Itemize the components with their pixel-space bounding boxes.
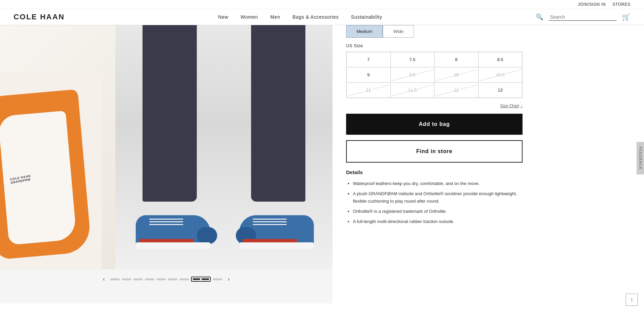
carousel-dot-5[interactable] xyxy=(156,278,166,280)
lace-line xyxy=(149,224,183,225)
size-chart-label: Size Chart xyxy=(500,104,519,108)
size-chart-arrow-icon: ↓ xyxy=(520,104,523,108)
size-cell-11.5: 11.5 xyxy=(391,82,435,98)
product-details: Medium Wide US Size 7 7.5 8 8.5 9 9.5 10… xyxy=(333,25,536,303)
carousel-dot-1[interactable] xyxy=(110,278,120,280)
logo[interactable]: COLE HAAN xyxy=(14,13,65,21)
size-cell-10.5: 10.5 xyxy=(478,67,523,82)
size-cell-7.5[interactable]: 7.5 xyxy=(391,52,435,67)
search-icon[interactable]: 🔍 xyxy=(536,13,543,21)
find-in-store-button[interactable]: Find in store xyxy=(346,140,523,163)
search-input[interactable] xyxy=(549,14,617,21)
size-cell-13[interactable]: 13 xyxy=(478,82,523,98)
width-wide-button[interactable]: Wide xyxy=(383,25,414,38)
laces-left xyxy=(149,219,183,232)
nav-item-sustainability[interactable]: Sustainability xyxy=(351,14,382,20)
size-label: US Size xyxy=(346,43,523,48)
details-list: Waterproof leathers keep you dry, comfor… xyxy=(346,180,523,225)
size-cell-8.5[interactable]: 8.5 xyxy=(478,52,523,67)
main-content: COLE HAANGRANDPRØ xyxy=(0,25,644,303)
header-right: 🔍 🛒 xyxy=(536,13,630,21)
stores-link[interactable]: STORES xyxy=(612,2,630,7)
main-nav: New Women Men Bags & Accessories Sustain… xyxy=(78,14,522,20)
carousel-dot-inner-right xyxy=(202,278,209,280)
scroll-top-icon: ↑ xyxy=(630,296,633,303)
sole-visual: COLE HAANGRANDPRØ xyxy=(0,25,115,269)
shoe-left-toe xyxy=(197,227,217,244)
sole-image: COLE HAANGRANDPRØ xyxy=(0,25,115,269)
scroll-to-top-button[interactable]: ↑ xyxy=(626,294,638,303)
nav-item-new[interactable]: New xyxy=(218,14,228,20)
lace-line xyxy=(253,221,287,222)
detail-item-3: Ortholite® is a registered trademark of … xyxy=(353,208,523,215)
size-cell-11: 11 xyxy=(346,82,391,98)
nav-item-men[interactable]: Men xyxy=(270,14,280,20)
size-cell-12: 12 xyxy=(434,82,478,98)
details-heading: Details xyxy=(346,169,523,175)
nav-item-bags[interactable]: Bags & Accessories xyxy=(292,14,339,20)
laces-right xyxy=(253,219,287,232)
shoe-left xyxy=(136,202,214,249)
nav-item-women[interactable]: Women xyxy=(241,14,258,20)
carousel-next-button[interactable]: › xyxy=(225,274,232,284)
join-sign-in-link[interactable]: JOIN/SIGN IN xyxy=(578,2,606,7)
carousel-dot-inner-left xyxy=(193,278,200,280)
top-bar: JOIN/SIGN IN STORES xyxy=(0,0,644,9)
detail-item-1: Waterproof leathers keep you dry, comfor… xyxy=(353,180,523,187)
pants-right xyxy=(251,25,305,202)
size-cell-7[interactable]: 7 xyxy=(346,52,391,67)
lace-line xyxy=(149,219,183,220)
lace-line xyxy=(253,219,287,220)
lace-line xyxy=(149,221,183,222)
size-cell-8[interactable]: 8 xyxy=(434,52,478,67)
carousel-prev-button[interactable]: ‹ xyxy=(100,274,108,284)
sole-label: COLE HAANGRANDPRØ xyxy=(10,174,32,184)
size-cell-9.5: 9.5 xyxy=(391,67,435,82)
detail-item-4: A full-length multi-directional rubber t… xyxy=(353,218,523,225)
gallery-images: COLE HAANGRANDPRØ xyxy=(0,25,333,269)
shoe-right xyxy=(239,202,317,249)
carousel-dots xyxy=(110,277,222,282)
feet-image xyxy=(115,25,333,269)
detail-item-2: A plush GRANDFØAM midsole and Ortholite®… xyxy=(353,190,523,205)
add-to-bag-button[interactable]: Add to bag xyxy=(346,114,523,135)
feedback-tab[interactable]: FEEDBACK xyxy=(637,142,644,174)
sole-white-inner: COLE HAANGRANDPRØ xyxy=(0,111,77,245)
width-medium-button[interactable]: Medium xyxy=(346,25,383,38)
size-chart-link[interactable]: Size Chart ↓ xyxy=(346,104,523,108)
carousel-dot-2[interactable] xyxy=(122,278,131,280)
width-selector: Medium Wide xyxy=(346,25,523,38)
size-cell-10: 10 xyxy=(434,67,478,82)
carousel-dot-4[interactable] xyxy=(145,278,154,280)
carousel-dot-active[interactable] xyxy=(191,277,211,282)
shoe-left-sole xyxy=(136,242,210,249)
carousel-dot-6[interactable] xyxy=(168,278,177,280)
size-cell-9[interactable]: 9 xyxy=(346,67,391,82)
header: COLE HAAN New Women Men Bags & Accessori… xyxy=(0,9,644,25)
carousel-dot-3[interactable] xyxy=(133,278,143,280)
pants-left xyxy=(143,25,197,202)
bag-icon[interactable]: 🛒 xyxy=(622,13,630,21)
carousel-dot-9[interactable] xyxy=(213,278,222,280)
size-grid: 7 7.5 8 8.5 9 9.5 10 10.5 11 11.5 12 13 xyxy=(346,52,523,98)
carousel-dot-7[interactable] xyxy=(179,278,189,280)
carousel-controls: ‹ › xyxy=(0,269,333,289)
shoe-right-sole xyxy=(239,242,314,249)
gallery-section: COLE HAANGRANDPRØ xyxy=(0,25,333,303)
lace-line xyxy=(253,224,287,225)
